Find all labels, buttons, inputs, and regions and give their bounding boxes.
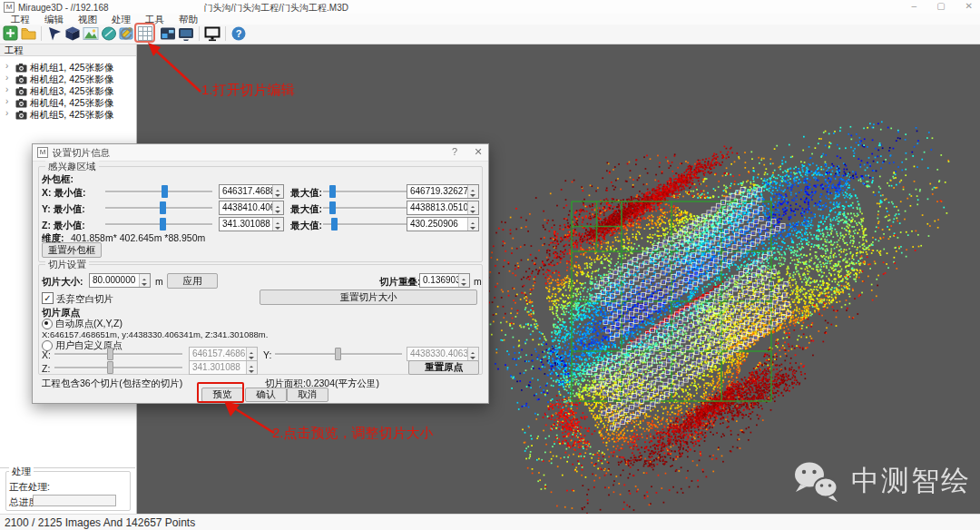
tree-item-camera-group-4[interactable]: › 相机组4, 425张影像 bbox=[0, 97, 135, 109]
status-text: 2100 / 2125 Images And 142657 Points bbox=[5, 516, 195, 529]
slice-settings-dialog: M 设置切片信息 ? ✕ 感兴趣区域 外包框: X: 最小值: 646317.4… bbox=[32, 143, 489, 404]
reset-bbox-button[interactable]: 重置外包框 bbox=[42, 242, 102, 258]
menu-help[interactable]: 帮助 bbox=[175, 14, 201, 25]
pointer-tool-icon[interactable] bbox=[46, 25, 63, 42]
expander-icon[interactable]: › bbox=[5, 108, 8, 118]
y-max-label: 最大值: bbox=[290, 203, 322, 216]
close-button[interactable]: ✕ bbox=[965, 1, 973, 11]
tile-panel-icon[interactable] bbox=[160, 25, 176, 42]
origin-z-slider bbox=[54, 361, 182, 374]
tree-item-camera-group-3[interactable]: › 相机组3, 425张影像 bbox=[0, 85, 135, 97]
refresh-icon[interactable] bbox=[118, 25, 134, 42]
confirm-button[interactable]: 确认 bbox=[245, 388, 287, 402]
dialog-help-button[interactable]: ? bbox=[448, 146, 461, 157]
svg-text:?: ? bbox=[236, 28, 242, 39]
slice-size-label: 切片大小: bbox=[42, 276, 83, 289]
minimize-button[interactable]: – bbox=[912, 1, 917, 11]
expander-icon[interactable]: › bbox=[5, 61, 8, 71]
expander-icon[interactable]: › bbox=[5, 73, 8, 83]
toolbar-separator bbox=[225, 26, 226, 41]
origin-y-slider bbox=[275, 348, 402, 360]
apply-button[interactable]: 应用 bbox=[167, 273, 218, 289]
x-max-spinbox[interactable]: 646719.326279 bbox=[407, 184, 479, 199]
processing-label: 正在处理: bbox=[9, 481, 50, 494]
application-window: M Mirauge3D - //192.168门头沟/门头沟工程/门头沟工程.M… bbox=[0, 0, 980, 530]
x-min-label: X: 最小值: bbox=[42, 187, 85, 200]
new-project-icon[interactable] bbox=[3, 25, 19, 42]
camera-icon bbox=[15, 99, 27, 108]
toolbar: ? bbox=[0, 25, 980, 44]
project-panel-header: 工程 bbox=[0, 44, 136, 56]
z-max-label: 最大值: bbox=[290, 220, 322, 232]
app-logo-icon: M bbox=[4, 2, 15, 13]
wechat-icon bbox=[791, 459, 842, 503]
cube-view-icon[interactable] bbox=[64, 25, 81, 42]
origin-y-label: Y: bbox=[263, 349, 271, 360]
camera-icon bbox=[15, 111, 27, 120]
auto-origin-info: X:646157.468651m, y:4438330.406341m, Z:3… bbox=[42, 329, 268, 339]
slice-size-unit: m bbox=[155, 276, 163, 287]
menu-tools[interactable]: 工具 bbox=[142, 14, 168, 25]
tree-item-camera-group-1[interactable]: › 相机组1, 425张影像 bbox=[0, 62, 135, 74]
menu-bar: 工程 编辑 视图 处理 工具 帮助 bbox=[0, 14, 980, 25]
camera-icon bbox=[15, 75, 27, 84]
menu-project[interactable]: 工程 bbox=[7, 14, 34, 25]
origin-z-spinbox: 341.301088 bbox=[189, 360, 258, 375]
discard-empty-checkbox[interactable]: ✓ bbox=[42, 292, 54, 304]
auto-origin-label: 自动原点(X,Y,Z) bbox=[55, 318, 122, 330]
menu-process[interactable]: 处理 bbox=[108, 14, 134, 25]
monitor-icon[interactable] bbox=[204, 25, 220, 42]
z-min-slider[interactable] bbox=[105, 218, 212, 231]
expander-icon[interactable]: › bbox=[5, 96, 8, 106]
reset-slice-size-button[interactable]: 重置切片大小 bbox=[260, 290, 477, 305]
dialog-close-button[interactable]: ✕ bbox=[472, 146, 485, 158]
slice-grid-icon[interactable] bbox=[137, 25, 153, 42]
slice-count-info: 工程包含36个切片(包括空的切片) bbox=[42, 378, 182, 390]
cancel-button[interactable]: 取消 bbox=[287, 388, 328, 402]
menu-view[interactable]: 视图 bbox=[74, 14, 101, 25]
watermark: 中测智绘 bbox=[791, 459, 971, 503]
y-max-spinbox[interactable]: 4438813.051013 bbox=[407, 201, 479, 215]
origin-x-slider bbox=[54, 348, 182, 360]
menu-edit[interactable]: 编辑 bbox=[41, 14, 67, 25]
tree-item-camera-group-2[interactable]: › 相机组2, 425张影像 bbox=[0, 74, 135, 85]
x-min-slider[interactable] bbox=[105, 185, 212, 198]
z-min-spinbox[interactable]: 341.301088 bbox=[219, 217, 284, 231]
origin-z-label: Z: bbox=[42, 363, 50, 374]
y-min-slider[interactable] bbox=[105, 201, 212, 214]
toolbar-separator bbox=[199, 26, 200, 41]
dialog-title: 设置切片信息 bbox=[53, 147, 110, 160]
z-max-spinbox[interactable]: 430.250906 bbox=[407, 217, 479, 231]
camera-icon bbox=[15, 87, 27, 96]
slice-settings-legend: 切片设置 bbox=[45, 259, 89, 271]
discard-empty-label: 丢弃空白切片 bbox=[56, 293, 113, 306]
y-min-spinbox[interactable]: 4438410.406341 bbox=[219, 201, 284, 215]
window-title: Mirauge3D - //192.168门头沟/门头沟工程/门头沟工程.M3D bbox=[18, 2, 348, 15]
title-bar: M Mirauge3D - //192.168门头沟/门头沟工程/门头沟工程.M… bbox=[0, 0, 980, 14]
maximize-button[interactable]: ▢ bbox=[936, 1, 945, 11]
origin-y-spinbox: 4438330.406341 bbox=[407, 347, 479, 361]
auto-origin-radio[interactable] bbox=[42, 319, 53, 329]
screen-share-icon[interactable] bbox=[178, 25, 194, 42]
total-progress-bar bbox=[33, 495, 116, 506]
slice-size-spinbox[interactable]: 80.000000 bbox=[89, 273, 151, 288]
toolbar-separator bbox=[41, 26, 42, 41]
help-icon[interactable]: ? bbox=[230, 25, 247, 42]
image-view-icon[interactable] bbox=[83, 25, 99, 42]
y-min-label: Y: 最小值: bbox=[42, 203, 85, 216]
expander-icon[interactable]: › bbox=[5, 84, 8, 94]
preview-button[interactable]: 预览 bbox=[201, 388, 243, 402]
process-title: 处理 bbox=[9, 466, 34, 478]
x-max-label: 最大值: bbox=[290, 187, 322, 200]
open-folder-icon[interactable] bbox=[21, 25, 37, 42]
roi-legend: 感兴趣区域 bbox=[45, 161, 99, 173]
slice-overlap-spinbox[interactable]: 0.136903 bbox=[419, 273, 470, 288]
reset-origin-button[interactable]: 重置原点 bbox=[408, 360, 479, 375]
tree-item-camera-group-5[interactable]: › 相机组5, 425张影像 bbox=[0, 109, 135, 121]
origin-x-spinbox: 646157.468651 bbox=[189, 347, 258, 361]
slice-overlap-unit: m bbox=[474, 276, 482, 287]
x-min-spinbox[interactable]: 646317.468851 bbox=[219, 184, 284, 199]
ellipse-tool-icon[interactable] bbox=[101, 25, 117, 42]
dialog-title-bar[interactable]: M 设置切片信息 ? ✕ bbox=[33, 144, 488, 162]
origin-x-label: X: bbox=[42, 349, 51, 360]
